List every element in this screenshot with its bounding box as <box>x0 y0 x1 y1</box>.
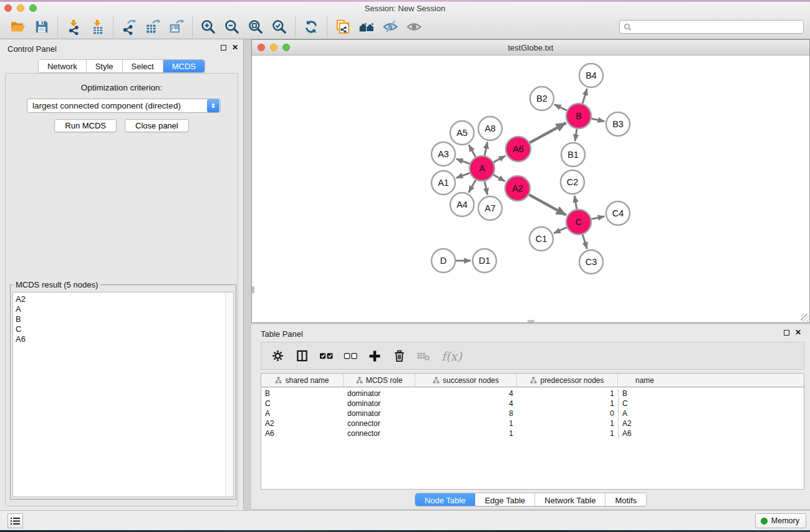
network-node-B[interactable]: B <box>566 104 591 128</box>
network-node-C4[interactable]: C4 <box>606 201 630 225</box>
network-node-A8[interactable]: A8 <box>478 117 502 140</box>
network-node-C3[interactable]: C3 <box>579 250 603 274</box>
close-panel-icon[interactable]: ✕ <box>232 44 238 51</box>
network-window-titlebar[interactable]: testGlobe.txt <box>252 40 809 56</box>
tab-style[interactable]: Style <box>87 60 123 72</box>
delete-column-button[interactable] <box>392 349 407 364</box>
zoom-fit-button[interactable] <box>244 16 268 37</box>
network-edge-B-B3[interactable] <box>592 118 605 121</box>
network-node-A4[interactable]: A4 <box>450 193 474 216</box>
show-all-button[interactable] <box>402 16 426 37</box>
result-list-item[interactable]: B <box>16 314 233 324</box>
tab-edge-table[interactable]: Edge Table <box>475 493 535 506</box>
network-edge-A-A7[interactable] <box>485 181 487 195</box>
zoom-in-button[interactable] <box>196 16 220 37</box>
search-box[interactable] <box>619 20 804 34</box>
network-edge-A-A6[interactable] <box>494 156 506 162</box>
open-session-button[interactable] <box>6 16 30 37</box>
table-row[interactable]: A2connector11A2 <box>261 418 804 428</box>
network-canvas[interactable]: B4B2BB3A5A8A6A3B1AC2A1A2A4A7C4CC1DD1C3 <box>252 56 809 322</box>
result-list-scrollbar[interactable] <box>225 293 233 496</box>
network-edge-A-A3[interactable] <box>456 159 470 164</box>
search-input[interactable] <box>634 22 799 31</box>
network-edge-B-B2[interactable] <box>554 104 567 110</box>
import-table-button[interactable] <box>85 16 109 37</box>
tab-mcds[interactable]: MCDS <box>163 60 205 72</box>
network-edge-A-A4[interactable] <box>469 180 476 192</box>
new-network-from-file-button[interactable] <box>331 16 355 37</box>
close-table-panel-icon[interactable]: ✕ <box>795 329 801 336</box>
table-row[interactable]: A6connector11A6 <box>261 428 804 438</box>
close-panel-button[interactable]: Close panel <box>125 119 189 132</box>
result-list-item[interactable]: A <box>16 304 233 314</box>
tab-node-table[interactable]: Node Table <box>415 493 476 506</box>
network-edge-A-A5[interactable] <box>469 145 476 157</box>
result-list-item[interactable]: A2 <box>16 294 233 304</box>
network-node-D[interactable]: D <box>432 249 455 273</box>
select-all-checkboxes-button[interactable] <box>319 349 334 364</box>
network-node-B3[interactable]: B3 <box>606 112 630 136</box>
show-panels-list-button[interactable] <box>7 513 23 528</box>
network-node-B4[interactable]: B4 <box>579 64 603 87</box>
network-edge-A6-B[interactable] <box>529 123 566 143</box>
table-options-gear-button[interactable] <box>270 349 285 364</box>
network-edge-A-A8[interactable] <box>485 142 487 156</box>
network-node-A[interactable]: A <box>470 156 494 181</box>
function-builder-button[interactable]: f(x) <box>441 349 462 363</box>
float-panel-icon[interactable] <box>221 45 226 51</box>
vertical-scrollbar-thumb[interactable] <box>252 286 254 293</box>
criterion-select[interactable]: largest connected component (directed) <box>27 99 221 113</box>
network-node-C2[interactable]: C2 <box>561 170 584 194</box>
show-columns-button[interactable] <box>294 349 309 364</box>
network-node-A3[interactable]: A3 <box>432 142 455 166</box>
run-mcds-button[interactable]: Run MCDS <box>54 119 117 132</box>
home-button[interactable] <box>355 16 378 37</box>
add-column-button[interactable] <box>367 349 382 364</box>
memory-button[interactable]: Memory <box>755 513 806 528</box>
column-header-shared-name[interactable]: shared name <box>261 374 344 387</box>
float-table-panel-icon[interactable] <box>784 330 789 336</box>
network-edge-A2-C[interactable] <box>529 195 566 215</box>
network-node-C1[interactable]: C1 <box>529 227 553 251</box>
result-list-item[interactable]: C <box>16 324 233 334</box>
result-list-item[interactable]: A6 <box>16 334 233 344</box>
column-header-successor-nodes[interactable]: successor nodes <box>415 374 517 387</box>
network-edge-C-C3[interactable] <box>582 235 587 249</box>
network-node-A1[interactable]: A1 <box>432 171 455 195</box>
delete-table-button[interactable] <box>416 349 431 364</box>
network-node-C[interactable]: C <box>566 210 591 235</box>
deselect-all-checkboxes-button[interactable] <box>343 349 358 364</box>
column-header-predecessor-nodes[interactable]: predecessor nodes <box>517 374 618 387</box>
zoom-out-button[interactable] <box>220 16 244 37</box>
network-edge-C-C4[interactable] <box>592 216 605 220</box>
network-edge-A-A2[interactable] <box>493 175 505 181</box>
tab-network[interactable]: Network <box>39 60 87 72</box>
network-edge-B-B4[interactable] <box>582 89 587 104</box>
network-edge-A-A1[interactable] <box>456 173 470 178</box>
export-image-button[interactable] <box>165 16 188 37</box>
tab-select[interactable]: Select <box>123 60 163 72</box>
network-node-A6[interactable]: A6 <box>506 137 531 162</box>
network-edge-C-C2[interactable] <box>574 196 576 210</box>
hide-selected-button[interactable] <box>378 16 402 37</box>
import-network-button[interactable] <box>62 16 85 37</box>
network-node-A2[interactable]: A2 <box>505 176 530 201</box>
resize-grip[interactable] <box>801 314 809 322</box>
table-row[interactable]: Cdominator41C <box>261 399 804 409</box>
network-node-A5[interactable]: A5 <box>450 121 474 145</box>
network-node-B2[interactable]: B2 <box>530 87 554 110</box>
column-header-MCDS-role[interactable]: MCDS role <box>344 374 415 387</box>
zoom-selected-button[interactable] <box>268 16 291 37</box>
refresh-button[interactable] <box>299 16 323 37</box>
tab-motifs[interactable]: Motifs <box>605 493 646 506</box>
column-header-name[interactable]: name <box>618 374 672 387</box>
horizontal-scrollbar-thumb[interactable] <box>528 320 534 322</box>
table-row[interactable]: Adominator80A <box>261 409 804 418</box>
export-network-button[interactable] <box>117 16 141 37</box>
network-edge-B-B1[interactable] <box>575 129 577 141</box>
save-session-button[interactable] <box>30 16 54 37</box>
network-node-A7[interactable]: A7 <box>478 196 502 220</box>
table-row[interactable]: Bdominator41B <box>261 389 804 399</box>
network-node-D1[interactable]: D1 <box>473 249 496 273</box>
network-node-B1[interactable]: B1 <box>561 143 585 167</box>
